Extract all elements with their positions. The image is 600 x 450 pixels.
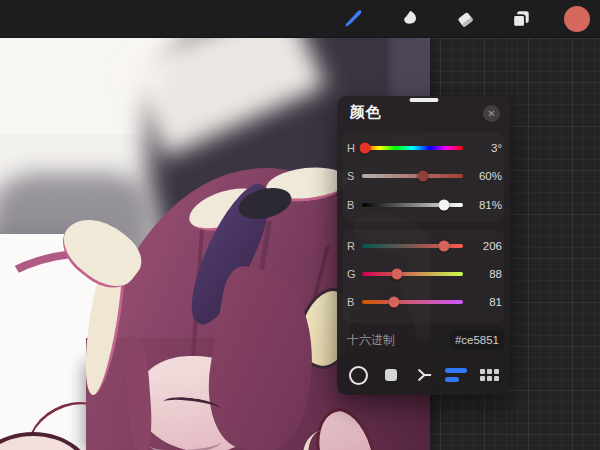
hue-slider-knob[interactable] [360, 143, 371, 154]
green-slider-row: G 88 [347, 267, 502, 281]
slider-label: H [347, 142, 360, 154]
eraser-icon [454, 8, 476, 30]
disc-mode-icon [349, 366, 368, 385]
brightness-slider-knob[interactable] [438, 200, 449, 211]
blue-slider-knob[interactable] [389, 297, 400, 308]
value-mode-button[interactable] [444, 363, 468, 387]
classic-mode-icon [385, 369, 397, 381]
blue-slider[interactable] [362, 300, 463, 304]
hue-slider[interactable] [362, 146, 463, 150]
smudge-button[interactable] [394, 4, 424, 34]
blue-slider-row: B 81 [347, 295, 502, 309]
panel-drag-handle[interactable] [409, 98, 438, 102]
red-slider[interactable] [362, 244, 463, 248]
palettes-mode-icon [480, 369, 499, 381]
slider-label: B [347, 199, 360, 211]
brightness-slider-row: B 81% [347, 198, 502, 212]
slider-value: 81 [469, 296, 502, 308]
procreate-screen: 颜色 ✕ H 3° S 60% B 81% [0, 0, 600, 450]
slider-label: B [347, 296, 360, 308]
layers-icon [510, 8, 532, 30]
green-slider[interactable] [362, 272, 463, 276]
classic-mode-button[interactable] [379, 363, 403, 387]
disc-mode-button[interactable] [346, 363, 370, 387]
active-color-swatch [564, 6, 590, 32]
red-slider-knob[interactable] [438, 241, 449, 252]
hex-label: 十六进制 [347, 332, 395, 349]
paint-brush-button[interactable] [338, 4, 368, 34]
paint-brush-icon [342, 8, 364, 30]
slider-label: S [347, 170, 360, 182]
palettes-mode-button[interactable] [477, 363, 501, 387]
hex-value-field[interactable]: #ce5851 [450, 330, 504, 350]
hue-slider-row: H 3° [347, 141, 502, 155]
eraser-button[interactable] [450, 4, 480, 34]
hex-row: 十六进制 #ce5851 [347, 327, 504, 353]
top-toolbar [0, 0, 600, 38]
value-mode-icon [445, 368, 467, 382]
saturation-slider-knob[interactable] [417, 171, 428, 182]
slider-value: 60% [469, 170, 502, 182]
slider-label: G [347, 268, 360, 280]
slider-value: 81% [469, 199, 502, 211]
slider-value: 3° [469, 142, 502, 154]
color-panel-title: 颜色 [350, 103, 381, 122]
close-button[interactable]: ✕ [483, 105, 500, 122]
saturation-slider[interactable] [362, 174, 463, 178]
red-slider-row: R 206 [347, 239, 502, 253]
harmony-mode-icon [415, 366, 433, 384]
slider-value: 206 [469, 240, 502, 252]
green-slider-knob[interactable] [391, 269, 402, 280]
color-mode-bar [346, 362, 501, 388]
color-panel: 颜色 ✕ H 3° S 60% B 81% [337, 96, 510, 395]
active-color-button[interactable] [562, 4, 592, 34]
brightness-slider[interactable] [362, 203, 463, 207]
close-icon: ✕ [487, 105, 495, 122]
slider-value: 88 [469, 268, 502, 280]
slider-label: R [347, 240, 360, 252]
harmony-mode-button[interactable] [412, 363, 436, 387]
smudge-icon [398, 8, 420, 30]
layers-button[interactable] [506, 4, 536, 34]
saturation-slider-row: S 60% [347, 169, 502, 183]
